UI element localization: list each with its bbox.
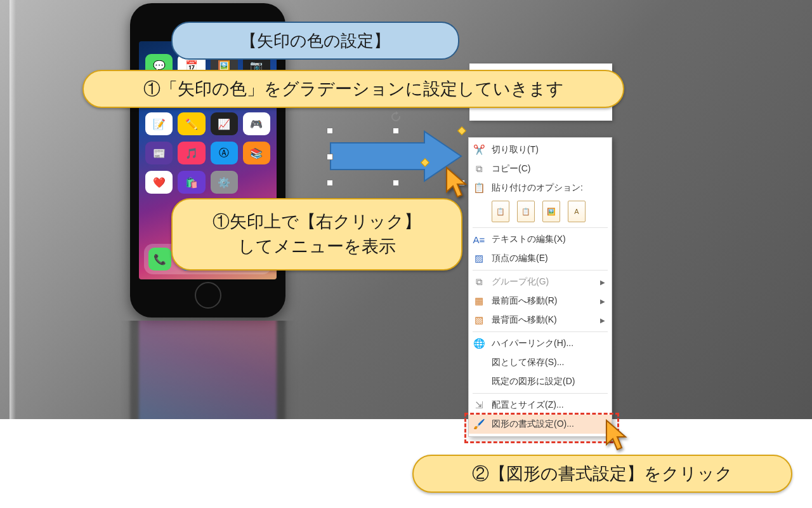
menu-cut[interactable]: ✂️ 切り取り(T) — [469, 140, 612, 159]
menu-size-position[interactable]: ⇲ 配置とサイズ(Z)... — [469, 396, 612, 415]
resize-handle[interactable] — [327, 154, 333, 160]
app-icon: 📰 — [145, 142, 173, 164]
step-1-note-line1: ①矢印上で【右クリック】 — [213, 210, 421, 234]
menu-bring-front[interactable]: ▦ 最前面へ移動(R) ▶ — [469, 291, 612, 311]
paste-option-a[interactable]: 📋 — [492, 201, 509, 222]
resize-handle[interactable] — [327, 180, 333, 186]
app-icon: 🎵 — [178, 142, 205, 164]
menu-set-default-shape[interactable]: 既定の図形に設定(D) — [469, 372, 612, 391]
iphone-reflection: 📞 ✉️ 🧭 🎵 — [121, 321, 298, 419]
step-1-banner: ①「矢印の色」をグラデーションに設定していきます — [82, 70, 624, 108]
app-icon: ❤️ — [145, 171, 173, 194]
group-icon: ⧉ — [473, 276, 485, 288]
title-callout-text: 【矢印の色の設定】 — [240, 30, 390, 52]
resize-handle[interactable] — [393, 180, 399, 186]
step-1-banner-text: ①「矢印の色」をグラデーションに設定していきます — [143, 77, 564, 100]
submenu-arrow-icon: ▶ — [600, 279, 605, 286]
hyperlink-icon: 🌐 — [473, 337, 485, 350]
menu-send-back[interactable]: ▧ 最背面へ移動(K) ▶ — [469, 311, 612, 330]
menu-edit-points[interactable]: ▨ 頂点の編集(E) — [469, 249, 612, 268]
app-icon: ⚙️ — [211, 171, 238, 194]
format-shape-icon: 🖌️ — [473, 418, 485, 431]
menu-copy[interactable]: ⧉ コピー(C) — [469, 159, 612, 178]
edit-text-icon: A≡ — [473, 233, 485, 246]
menu-save-as-picture[interactable]: 図として保存(S)... — [469, 353, 612, 372]
send-back-icon: ▧ — [473, 314, 485, 326]
app-icon: 📈 — [211, 112, 238, 135]
paste-icon: 📋 — [473, 182, 485, 194]
edit-points-icon: ▨ — [473, 252, 485, 265]
slide-left-edge — [10, 0, 16, 419]
resize-handle[interactable] — [327, 128, 333, 134]
step-2-banner: ②【図形の書式設定】をクリック — [412, 455, 792, 493]
home-button — [195, 282, 221, 309]
paste-option-b[interactable]: 📋 — [517, 201, 535, 222]
step-1-note: ①矢印上で【右クリック】 してメニューを表示 — [171, 198, 462, 271]
cut-icon: ✂️ — [473, 144, 485, 156]
app-icon: 📝 — [145, 112, 173, 135]
bring-front-icon: ▦ — [473, 295, 485, 307]
menu-paste-label: 📋 貼り付けのオプション: — [469, 178, 612, 197]
copy-icon: ⧉ — [473, 163, 485, 175]
step-1-note-line2: してメニューを表示 — [213, 234, 421, 259]
app-icon: 📚 — [243, 142, 270, 164]
app-icon: Ⓐ — [211, 142, 238, 164]
paste-options-row: 📋 📋 🖼️ A — [469, 197, 612, 225]
dock-phone-icon: 📞 — [148, 248, 171, 271]
app-icon: 🛍️ — [178, 171, 205, 194]
title-callout: 【矢印の色の設定】 — [171, 22, 459, 60]
menu-edit-text[interactable]: A≡ テキストの編集(X) — [469, 230, 612, 249]
size-icon: ⇲ — [473, 399, 485, 411]
app-icon: ✏️ — [178, 112, 205, 135]
resize-handle[interactable] — [393, 128, 399, 134]
submenu-arrow-icon: ▶ — [600, 317, 605, 324]
app-icon: 🎮 — [243, 112, 270, 135]
submenu-arrow-icon: ▶ — [600, 298, 605, 305]
paste-option-text[interactable]: A — [568, 201, 586, 222]
menu-format-shape[interactable]: 🖌️ 図形の書式設定(O)... — [469, 415, 612, 434]
step-2-banner-text: ②【図形の書式設定】をクリック — [472, 462, 733, 485]
menu-hyperlink[interactable]: 🌐 ハイパーリンク(H)... — [469, 334, 612, 353]
paste-option-picture[interactable]: 🖼️ — [542, 201, 560, 222]
context-menu: ✂️ 切り取り(T) ⧉ コピー(C) 📋 貼り付けのオプション: 📋 📋 🖼️… — [468, 137, 612, 437]
rotate-handle-icon[interactable] — [390, 111, 402, 123]
cursor-icon — [604, 419, 631, 452]
block-arrow-icon[interactable] — [329, 130, 462, 182]
cursor-icon — [444, 166, 471, 199]
menu-group: ⧉ グループ化(G) ▶ — [469, 272, 612, 291]
